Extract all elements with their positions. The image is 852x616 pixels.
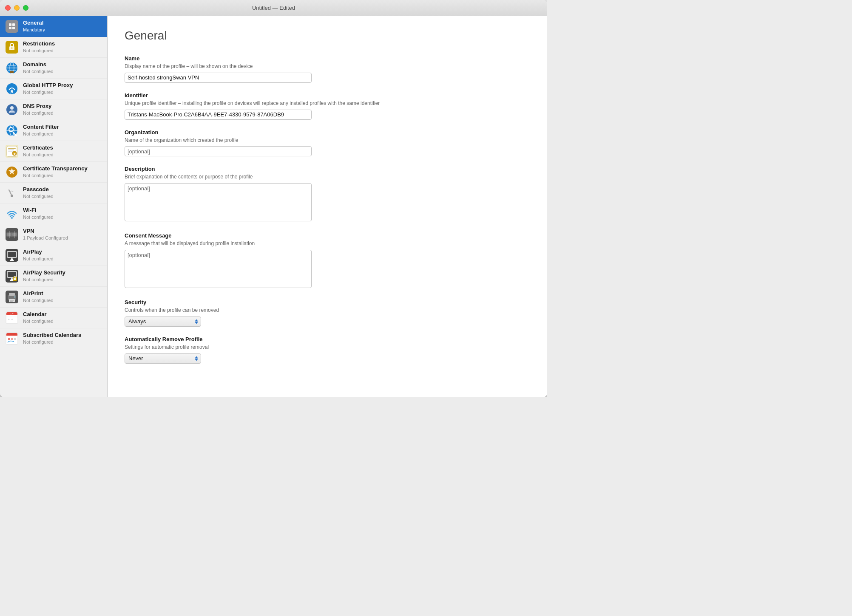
- svg-rect-70: [14, 338, 16, 340]
- subscribed-calendars-text: Subscribed Calendars Not configured: [23, 332, 81, 345]
- sidebar-item-subscribed-calendars[interactable]: Subscribed Calendars Not configured: [0, 328, 107, 349]
- security-group: Security Controls when the profile can b…: [125, 299, 530, 327]
- security-select-wrapper: Always: [125, 316, 201, 327]
- organization-label: Organization: [125, 129, 530, 136]
- content-filter-icon: [5, 124, 19, 137]
- vpn-icon: [5, 228, 19, 241]
- auto-remove-arrows: [195, 356, 198, 361]
- sidebar-item-wifi[interactable]: Wi-Fi Not configured: [0, 203, 107, 224]
- calendar-sublabel: Not configured: [23, 318, 54, 324]
- svg-rect-3: [12, 27, 15, 29]
- sidebar-item-general[interactable]: General Mandatory: [0, 16, 107, 37]
- organization-group: Organization Name of the organization wh…: [125, 129, 530, 157]
- organization-input[interactable]: [125, 146, 312, 156]
- security-arrows: [195, 319, 198, 324]
- airplay-security-label: AirPlay Security: [23, 269, 65, 277]
- airplay-security-icon: [5, 269, 19, 283]
- content-filter-label: Content Filter: [23, 124, 59, 131]
- general-icon: [5, 20, 19, 33]
- svg-rect-2: [9, 27, 11, 29]
- description-input[interactable]: [125, 183, 312, 221]
- description-desc: Brief explanation of the contents or pur…: [125, 173, 530, 181]
- description-group: Description Brief explanation of the con…: [125, 166, 530, 223]
- sidebar: General Mandatory Restrictions Not con: [0, 16, 108, 397]
- passcode-icon: [5, 186, 19, 200]
- auto-remove-select-wrapper: Never: [125, 353, 201, 364]
- passcode-text: Passcode Not configured: [23, 186, 54, 199]
- proxy-text: Global HTTP Proxy Not configured: [23, 82, 73, 95]
- svg-rect-0: [9, 23, 11, 26]
- security-label: Security: [125, 299, 530, 305]
- restrictions-text: Restrictions Not configured: [23, 40, 55, 54]
- consent-message-group: Consent Message A message that will be d…: [125, 232, 530, 290]
- svg-rect-49: [14, 278, 16, 280]
- sidebar-item-global-http-proxy[interactable]: Global HTTP Proxy Not configured: [0, 79, 107, 99]
- airprint-sublabel: Not configured: [23, 297, 54, 303]
- svg-text:→: →: [11, 318, 13, 320]
- sidebar-item-domains[interactable]: Domains Not configured: [0, 58, 107, 79]
- content-area: General Name Display name of the profile…: [108, 16, 547, 397]
- svg-rect-55: [10, 301, 13, 302]
- consent-message-input[interactable]: [125, 250, 312, 288]
- sidebar-item-calendar[interactable]: ▲▼ ← → Calendar Not configured: [0, 308, 107, 328]
- sidebar-item-restrictions[interactable]: Restrictions Not configured: [0, 37, 107, 58]
- sidebar-item-airplay[interactable]: AirPlay Not configured: [0, 245, 107, 266]
- airplay-security-sublabel: Not configured: [23, 277, 65, 283]
- subscribed-calendars-label: Subscribed Calendars: [23, 332, 81, 339]
- wifi-text: Wi-Fi Not configured: [23, 207, 54, 220]
- sidebar-item-dns-proxy[interactable]: DNS Proxy Not configured: [0, 99, 107, 120]
- wifi-icon: [5, 207, 19, 220]
- sidebar-item-certificate-transparency[interactable]: Certificate Transparency Not configured: [0, 162, 107, 183]
- arrow-up-icon: [195, 319, 198, 321]
- sidebar-item-certificates[interactable]: ★ Certificates Not configured: [0, 141, 107, 162]
- cert-transparency-text: Certificate Transparency Not configured: [23, 165, 88, 178]
- sidebar-item-airprint[interactable]: AirPrint Not configured: [0, 287, 107, 308]
- svg-rect-27: [8, 148, 16, 149]
- svg-rect-12: [10, 71, 14, 73]
- content-filter-text: Content Filter Not configured: [23, 124, 59, 137]
- security-select[interactable]: Always: [125, 316, 201, 327]
- svg-point-13: [6, 83, 17, 94]
- certificates-icon: ★: [5, 144, 19, 158]
- proxy-sublabel: Not configured: [23, 89, 73, 95]
- zoom-button[interactable]: [23, 5, 28, 11]
- sidebar-item-airplay-security[interactable]: AirPlay Security Not configured: [0, 266, 107, 287]
- svg-rect-69: [11, 338, 13, 340]
- name-desc: Display name of the profile – will be sh…: [125, 63, 530, 70]
- sidebar-item-passcode[interactable]: Passcode Not configured: [0, 183, 107, 203]
- auto-remove-select[interactable]: Never: [125, 353, 201, 364]
- main-layout: General Mandatory Restrictions Not con: [0, 16, 547, 397]
- cert-transparency-label: Certificate Transparency: [23, 165, 88, 172]
- cert-transparency-icon: [5, 165, 19, 179]
- svg-point-56: [14, 297, 16, 298]
- airplay-label: AirPlay: [23, 249, 54, 256]
- identifier-input[interactable]: [125, 110, 312, 120]
- close-button[interactable]: [5, 5, 11, 11]
- svg-text:★: ★: [13, 153, 16, 155]
- svg-text:▲▼: ▲▼: [10, 313, 14, 315]
- svg-point-18: [10, 106, 14, 110]
- airplay-text: AirPlay Not configured: [23, 249, 54, 262]
- dns-sublabel: Not configured: [23, 110, 54, 116]
- dns-text: DNS Proxy Not configured: [23, 103, 54, 116]
- auto-remove-group: Automatically Remove Profile Settings fo…: [125, 336, 530, 364]
- arrow-down-icon: [195, 322, 198, 324]
- dns-icon: [5, 103, 19, 116]
- security-desc: Controls when the profile can be removed: [125, 307, 530, 314]
- auto-remove-value: Never: [128, 355, 143, 362]
- svg-rect-28: [8, 150, 14, 150]
- restrictions-label: Restrictions: [23, 40, 55, 48]
- svg-rect-68: [8, 338, 10, 340]
- calendar-text: Calendar Not configured: [23, 311, 54, 324]
- sidebar-item-vpn[interactable]: VPN 1 Payload Configured: [0, 224, 107, 245]
- name-input[interactable]: [125, 73, 312, 83]
- airprint-icon: [5, 290, 19, 304]
- name-group: Name Display name of the profile – will …: [125, 55, 530, 83]
- vpn-label: VPN: [23, 228, 68, 235]
- sidebar-item-content-filter[interactable]: Content Filter Not configured: [0, 120, 107, 141]
- domains-text: Domains Not configured: [23, 61, 54, 74]
- svg-rect-52: [9, 293, 15, 296]
- passcode-sublabel: Not configured: [23, 193, 54, 199]
- general-text: General Mandatory: [23, 20, 45, 33]
- minimize-button[interactable]: [14, 5, 20, 11]
